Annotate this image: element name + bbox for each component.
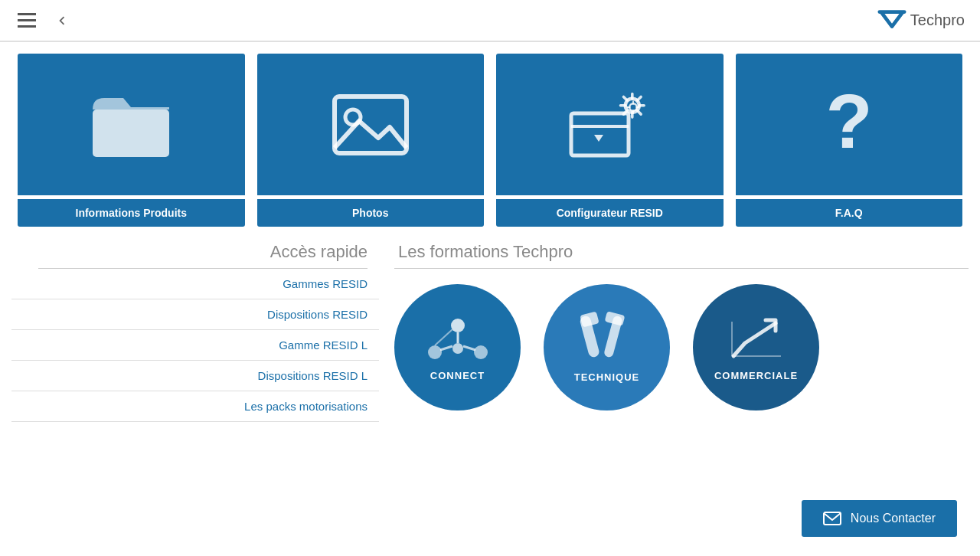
card-label-configurateur-resid: Configurateur RESID <box>496 197 724 227</box>
logo-text: Techpro <box>910 11 965 29</box>
back-button[interactable] <box>54 12 70 29</box>
svg-rect-29 <box>580 312 599 328</box>
card-informations-produits[interactable]: Informations Produits <box>18 54 245 227</box>
svg-point-20 <box>451 319 465 332</box>
svg-line-10 <box>624 96 628 100</box>
acces-item-1[interactable]: Dispositions RESID <box>11 299 379 330</box>
card-configurateur-resid[interactable]: Configurateur RESID <box>496 54 724 227</box>
circle-commerciale[interactable]: COMMERCIALE <box>693 284 819 410</box>
contact-button-wrapper: Nous Contacter <box>802 500 957 537</box>
circle-commerciale-label: COMMERCIALE <box>714 370 798 381</box>
circle-connect-label: CONNECT <box>430 370 485 381</box>
card-faq[interactable]: ? F.A.Q <box>736 54 963 227</box>
svg-text:?: ? <box>825 87 872 163</box>
formations-section: Les formations Techpro CONNECT <box>394 242 969 422</box>
cards-row: Informations Produits Photos <box>11 54 969 227</box>
acces-item-2[interactable]: Gamme RESID L <box>11 330 379 361</box>
svg-line-26 <box>463 346 475 350</box>
acces-rapide-title: Accès rapide <box>11 242 379 262</box>
acces-item-3[interactable]: Dispositions RESID L <box>11 361 379 391</box>
card-label-photos: Photos <box>257 197 485 227</box>
svg-point-22 <box>474 345 488 359</box>
svg-line-27 <box>435 329 452 345</box>
svg-point-23 <box>452 343 463 354</box>
svg-rect-31 <box>604 312 625 326</box>
circle-technique-label: TECHNIQUE <box>574 371 640 383</box>
header: Techpro <box>0 0 980 42</box>
svg-line-11 <box>638 110 642 114</box>
formations-title: Les formations Techpro <box>394 242 969 269</box>
formations-circles: CONNECT TECHNIQUE <box>394 284 969 410</box>
logo: Techpro <box>877 6 965 35</box>
circle-technique[interactable]: TECHNIQUE <box>544 284 670 410</box>
acces-rapide-section: Accès rapide Gammes RESID Dispositions R… <box>11 242 379 422</box>
circle-connect[interactable]: CONNECT <box>394 284 521 410</box>
nous-contacter-label: Nous Contacter <box>851 512 936 525</box>
hamburger-menu[interactable] <box>11 5 42 36</box>
acces-item-4[interactable]: Les packs motorisations <box>11 391 379 422</box>
svg-rect-1 <box>335 96 407 153</box>
svg-point-21 <box>428 345 442 359</box>
svg-line-25 <box>440 346 452 350</box>
nous-contacter-button[interactable]: Nous Contacter <box>802 500 957 537</box>
acces-item-0[interactable]: Gammes RESID <box>11 269 379 299</box>
card-label-informations-produits: Informations Produits <box>18 197 245 227</box>
svg-line-12 <box>638 96 642 100</box>
main-content: Accès rapide Gammes RESID Dispositions R… <box>11 242 969 422</box>
card-label-faq: F.A.Q <box>736 197 963 227</box>
acces-list: Gammes RESID Dispositions RESID Gamme RE… <box>11 269 379 422</box>
svg-rect-0 <box>93 110 169 157</box>
svg-rect-3 <box>571 113 629 155</box>
card-photos[interactable]: Photos <box>257 54 485 227</box>
svg-rect-34 <box>824 512 841 525</box>
